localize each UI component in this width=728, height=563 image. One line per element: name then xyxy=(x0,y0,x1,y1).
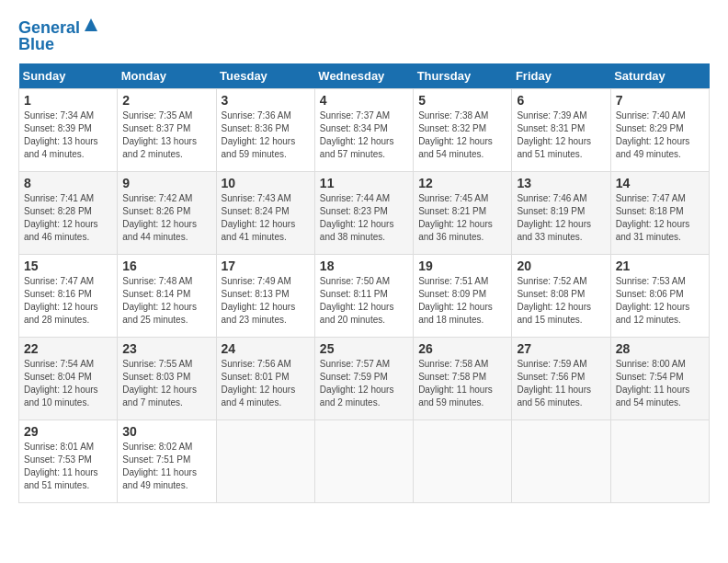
logo: General Blue xyxy=(18,18,99,54)
calendar-cell: 28Sunrise: 8:00 AM Sunset: 7:54 PM Dayli… xyxy=(610,337,709,419)
calendar-cell: 13Sunrise: 7:46 AM Sunset: 8:19 PM Dayli… xyxy=(512,171,610,254)
day-number: 12 xyxy=(418,176,506,190)
day-info: Sunrise: 7:59 AM Sunset: 7:56 PM Dayligh… xyxy=(517,358,605,409)
day-info: Sunrise: 7:49 AM Sunset: 8:13 PM Dayligh… xyxy=(222,275,310,327)
calendar-cell: 25Sunrise: 7:57 AM Sunset: 7:59 PM Dayli… xyxy=(314,337,413,419)
day-info: Sunrise: 7:43 AM Sunset: 8:24 PM Dayligh… xyxy=(222,192,310,244)
calendar-cell: 19Sunrise: 7:51 AM Sunset: 8:09 PM Dayli… xyxy=(414,254,512,337)
day-info: Sunrise: 7:53 AM Sunset: 8:06 PM Dayligh… xyxy=(616,275,704,327)
weekday-header-friday: Friday xyxy=(512,63,610,89)
calendar-week-5: 29Sunrise: 8:01 AM Sunset: 7:53 PM Dayli… xyxy=(19,419,710,502)
day-info: Sunrise: 7:39 AM Sunset: 8:31 PM Dayligh… xyxy=(517,109,605,161)
calendar-cell: 15Sunrise: 7:47 AM Sunset: 8:16 PM Dayli… xyxy=(19,254,118,337)
calendar-cell: 4Sunrise: 7:37 AM Sunset: 8:34 PM Daylig… xyxy=(314,88,413,171)
day-number: 16 xyxy=(122,259,210,273)
calendar-cell xyxy=(512,419,610,502)
weekday-header-saturday: Saturday xyxy=(610,63,709,89)
day-info: Sunrise: 7:56 AM Sunset: 8:01 PM Dayligh… xyxy=(222,358,310,409)
calendar-cell: 2Sunrise: 7:35 AM Sunset: 8:37 PM Daylig… xyxy=(118,88,216,171)
day-info: Sunrise: 7:48 AM Sunset: 8:14 PM Dayligh… xyxy=(122,275,210,327)
calendar-cell: 24Sunrise: 7:56 AM Sunset: 8:01 PM Dayli… xyxy=(216,337,314,419)
day-info: Sunrise: 7:58 AM Sunset: 7:58 PM Dayligh… xyxy=(418,358,506,409)
calendar-cell xyxy=(314,419,413,502)
day-info: Sunrise: 7:40 AM Sunset: 8:29 PM Dayligh… xyxy=(616,109,704,161)
day-number: 24 xyxy=(222,341,310,356)
day-info: Sunrise: 7:46 AM Sunset: 8:19 PM Dayligh… xyxy=(517,192,605,244)
calendar-cell: 18Sunrise: 7:50 AM Sunset: 8:11 PM Dayli… xyxy=(314,254,413,337)
day-info: Sunrise: 7:44 AM Sunset: 8:23 PM Dayligh… xyxy=(320,192,408,244)
day-info: Sunrise: 7:45 AM Sunset: 8:21 PM Dayligh… xyxy=(418,192,506,244)
day-number: 19 xyxy=(418,259,506,273)
weekday-header-tuesday: Tuesday xyxy=(216,63,314,89)
day-number: 20 xyxy=(517,259,605,273)
day-number: 1 xyxy=(24,93,112,108)
calendar-cell: 21Sunrise: 7:53 AM Sunset: 8:06 PM Dayli… xyxy=(610,254,709,337)
day-number: 15 xyxy=(24,259,112,273)
calendar-cell: 5Sunrise: 7:38 AM Sunset: 8:32 PM Daylig… xyxy=(414,88,512,171)
day-number: 25 xyxy=(320,341,408,356)
calendar-week-4: 22Sunrise: 7:54 AM Sunset: 8:04 PM Dayli… xyxy=(19,337,710,419)
calendar-cell: 6Sunrise: 7:39 AM Sunset: 8:31 PM Daylig… xyxy=(512,88,610,171)
day-info: Sunrise: 7:35 AM Sunset: 8:37 PM Dayligh… xyxy=(122,109,210,161)
weekday-header-sunday: Sunday xyxy=(19,63,118,89)
day-number: 5 xyxy=(418,93,506,108)
calendar-table: SundayMondayTuesdayWednesdayThursdayFrid… xyxy=(18,63,710,503)
day-number: 10 xyxy=(222,176,310,190)
calendar-cell: 26Sunrise: 7:58 AM Sunset: 7:58 PM Dayli… xyxy=(414,337,512,419)
weekday-header-wednesday: Wednesday xyxy=(314,63,413,89)
calendar-cell: 7Sunrise: 7:40 AM Sunset: 8:29 PM Daylig… xyxy=(610,88,709,171)
weekday-header-monday: Monday xyxy=(118,63,216,89)
day-info: Sunrise: 7:37 AM Sunset: 8:34 PM Dayligh… xyxy=(320,109,408,161)
calendar-cell: 20Sunrise: 7:52 AM Sunset: 8:08 PM Dayli… xyxy=(512,254,610,337)
calendar-cell: 10Sunrise: 7:43 AM Sunset: 8:24 PM Dayli… xyxy=(216,171,314,254)
day-number: 21 xyxy=(616,259,704,273)
page-header: General Blue xyxy=(18,18,710,54)
day-info: Sunrise: 8:00 AM Sunset: 7:54 PM Dayligh… xyxy=(616,358,704,409)
day-info: Sunrise: 8:02 AM Sunset: 7:51 PM Dayligh… xyxy=(122,441,210,492)
day-number: 29 xyxy=(24,424,112,439)
calendar-cell xyxy=(216,419,314,502)
day-info: Sunrise: 7:47 AM Sunset: 8:18 PM Dayligh… xyxy=(616,192,704,244)
day-number: 17 xyxy=(222,259,310,273)
day-number: 9 xyxy=(122,176,210,190)
day-number: 13 xyxy=(517,176,605,190)
day-number: 3 xyxy=(222,93,310,108)
calendar-cell: 3Sunrise: 7:36 AM Sunset: 8:36 PM Daylig… xyxy=(216,88,314,171)
calendar-cell: 30Sunrise: 8:02 AM Sunset: 7:51 PM Dayli… xyxy=(118,419,216,502)
day-info: Sunrise: 7:55 AM Sunset: 8:03 PM Dayligh… xyxy=(122,358,210,409)
day-number: 8 xyxy=(24,176,112,190)
calendar-cell: 27Sunrise: 7:59 AM Sunset: 7:56 PM Dayli… xyxy=(512,337,610,419)
day-info: Sunrise: 7:50 AM Sunset: 8:11 PM Dayligh… xyxy=(320,275,408,327)
day-number: 28 xyxy=(616,341,704,356)
day-number: 18 xyxy=(320,259,408,273)
calendar-cell: 14Sunrise: 7:47 AM Sunset: 8:18 PM Dayli… xyxy=(610,171,709,254)
calendar-cell: 29Sunrise: 8:01 AM Sunset: 7:53 PM Dayli… xyxy=(19,419,118,502)
calendar-cell: 8Sunrise: 7:41 AM Sunset: 8:28 PM Daylig… xyxy=(19,171,118,254)
day-info: Sunrise: 7:52 AM Sunset: 8:08 PM Dayligh… xyxy=(517,275,605,327)
calendar-cell: 11Sunrise: 7:44 AM Sunset: 8:23 PM Dayli… xyxy=(314,171,413,254)
day-number: 4 xyxy=(320,93,408,108)
weekday-header-thursday: Thursday xyxy=(414,63,512,89)
day-info: Sunrise: 7:51 AM Sunset: 8:09 PM Dayligh… xyxy=(418,275,506,327)
calendar-cell: 17Sunrise: 7:49 AM Sunset: 8:13 PM Dayli… xyxy=(216,254,314,337)
calendar-cell: 1Sunrise: 7:34 AM Sunset: 8:39 PM Daylig… xyxy=(19,88,118,171)
calendar-cell: 9Sunrise: 7:42 AM Sunset: 8:26 PM Daylig… xyxy=(118,171,216,254)
day-number: 26 xyxy=(418,341,506,356)
calendar-cell: 22Sunrise: 7:54 AM Sunset: 8:04 PM Dayli… xyxy=(19,337,118,419)
day-info: Sunrise: 7:42 AM Sunset: 8:26 PM Dayligh… xyxy=(122,192,210,244)
day-info: Sunrise: 7:34 AM Sunset: 8:39 PM Dayligh… xyxy=(24,109,112,161)
day-number: 7 xyxy=(616,93,704,108)
day-info: Sunrise: 8:01 AM Sunset: 7:53 PM Dayligh… xyxy=(24,441,112,492)
day-number: 30 xyxy=(122,424,210,439)
calendar-week-2: 8Sunrise: 7:41 AM Sunset: 8:28 PM Daylig… xyxy=(19,171,710,254)
calendar-cell: 23Sunrise: 7:55 AM Sunset: 8:03 PM Dayli… xyxy=(118,337,216,419)
day-number: 14 xyxy=(616,176,704,190)
day-number: 2 xyxy=(122,93,210,108)
calendar-cell xyxy=(414,419,512,502)
day-info: Sunrise: 7:54 AM Sunset: 8:04 PM Dayligh… xyxy=(24,358,112,409)
day-info: Sunrise: 7:47 AM Sunset: 8:16 PM Dayligh… xyxy=(24,275,112,327)
weekday-header-row: SundayMondayTuesdayWednesdayThursdayFrid… xyxy=(19,63,710,89)
calendar-cell xyxy=(610,419,709,502)
calendar-cell: 16Sunrise: 7:48 AM Sunset: 8:14 PM Dayli… xyxy=(118,254,216,337)
day-info: Sunrise: 7:41 AM Sunset: 8:28 PM Dayligh… xyxy=(24,192,112,244)
